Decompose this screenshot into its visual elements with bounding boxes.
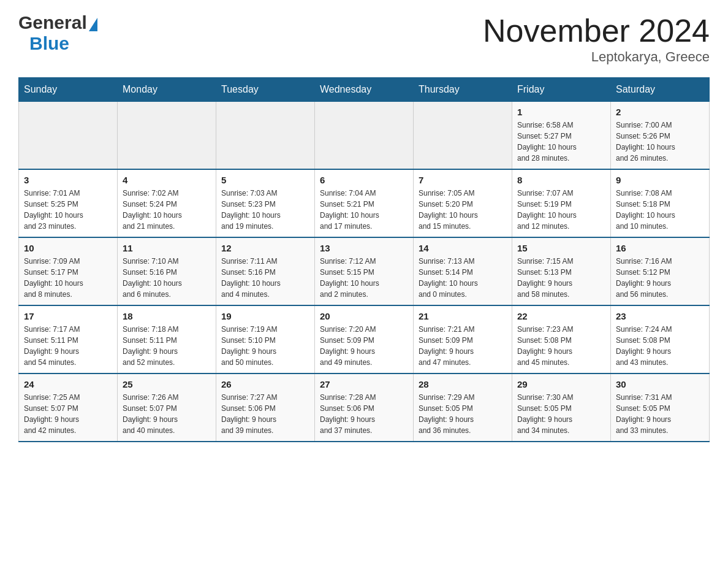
day-number: 27 xyxy=(320,379,408,389)
title-section: November 2024 Leptokarya, Greece xyxy=(483,12,710,65)
day-info: Sunrise: 7:24 AMSunset: 5:08 PMDaylight:… xyxy=(616,324,704,368)
day-number: 5 xyxy=(221,175,309,185)
logo-arrow-icon xyxy=(89,18,97,31)
calendar-cell: 23Sunrise: 7:24 AMSunset: 5:08 PMDayligh… xyxy=(611,305,710,373)
page-subtitle: Leptokarya, Greece xyxy=(483,49,710,65)
day-number: 12 xyxy=(221,243,309,253)
day-number: 16 xyxy=(616,243,704,253)
day-number: 9 xyxy=(616,175,704,185)
day-info: Sunrise: 7:30 AMSunset: 5:05 PMDaylight:… xyxy=(517,392,605,436)
day-number: 4 xyxy=(123,175,211,185)
day-info: Sunrise: 7:26 AMSunset: 5:07 PMDaylight:… xyxy=(123,392,211,436)
calendar-cell: 19Sunrise: 7:19 AMSunset: 5:10 PMDayligh… xyxy=(216,305,315,373)
day-number: 17 xyxy=(24,311,112,321)
calendar-cell: 8Sunrise: 7:07 AMSunset: 5:19 PMDaylight… xyxy=(512,169,611,237)
day-info: Sunrise: 7:02 AMSunset: 5:24 PMDaylight:… xyxy=(123,188,211,232)
calendar-cell: 30Sunrise: 7:31 AMSunset: 5:05 PMDayligh… xyxy=(611,373,710,442)
day-number: 3 xyxy=(24,175,112,185)
day-info: Sunrise: 7:23 AMSunset: 5:08 PMDaylight:… xyxy=(517,324,605,368)
day-number: 18 xyxy=(123,311,211,321)
calendar-cell: 11Sunrise: 7:10 AMSunset: 5:16 PMDayligh… xyxy=(118,237,216,305)
calendar-cell: 4Sunrise: 7:02 AMSunset: 5:24 PMDaylight… xyxy=(118,169,216,237)
day-info: Sunrise: 7:07 AMSunset: 5:19 PMDaylight:… xyxy=(517,188,605,232)
calendar-week-row: 10Sunrise: 7:09 AMSunset: 5:17 PMDayligh… xyxy=(19,237,710,305)
day-number: 23 xyxy=(616,311,704,321)
day-info: Sunrise: 7:10 AMSunset: 5:16 PMDaylight:… xyxy=(123,256,211,300)
calendar-cell xyxy=(414,102,512,170)
day-info: Sunrise: 7:31 AMSunset: 5:05 PMDaylight:… xyxy=(616,392,704,436)
day-info: Sunrise: 7:27 AMSunset: 5:06 PMDaylight:… xyxy=(221,392,309,436)
weekday-header: Monday xyxy=(118,78,216,102)
calendar-cell: 22Sunrise: 7:23 AMSunset: 5:08 PMDayligh… xyxy=(512,305,611,373)
calendar-cell xyxy=(19,102,118,170)
calendar-cell xyxy=(315,102,414,170)
calendar-cell: 9Sunrise: 7:08 AMSunset: 5:18 PMDaylight… xyxy=(611,169,710,237)
calendar-cell: 24Sunrise: 7:25 AMSunset: 5:07 PMDayligh… xyxy=(19,373,118,442)
day-number: 15 xyxy=(517,243,605,253)
day-number: 29 xyxy=(517,379,605,389)
day-number: 19 xyxy=(221,311,309,321)
calendar-cell: 18Sunrise: 7:18 AMSunset: 5:11 PMDayligh… xyxy=(118,305,216,373)
weekday-header: Wednesday xyxy=(315,78,414,102)
calendar-week-row: 17Sunrise: 7:17 AMSunset: 5:11 PMDayligh… xyxy=(19,305,710,373)
day-info: Sunrise: 7:05 AMSunset: 5:20 PMDaylight:… xyxy=(419,188,507,232)
day-number: 14 xyxy=(419,243,507,253)
day-info: Sunrise: 7:13 AMSunset: 5:14 PMDaylight:… xyxy=(419,256,507,300)
calendar-week-row: 3Sunrise: 7:01 AMSunset: 5:25 PMDaylight… xyxy=(19,169,710,237)
calendar-cell: 20Sunrise: 7:20 AMSunset: 5:09 PMDayligh… xyxy=(315,305,414,373)
day-number: 11 xyxy=(123,243,211,253)
day-info: Sunrise: 7:03 AMSunset: 5:23 PMDaylight:… xyxy=(221,188,309,232)
calendar-cell: 27Sunrise: 7:28 AMSunset: 5:06 PMDayligh… xyxy=(315,373,414,442)
day-number: 13 xyxy=(320,243,408,253)
calendar-cell: 25Sunrise: 7:26 AMSunset: 5:07 PMDayligh… xyxy=(118,373,216,442)
day-info: Sunrise: 7:08 AMSunset: 5:18 PMDaylight:… xyxy=(616,188,704,232)
calendar-cell: 16Sunrise: 7:16 AMSunset: 5:12 PMDayligh… xyxy=(611,237,710,305)
calendar-cell: 7Sunrise: 7:05 AMSunset: 5:20 PMDaylight… xyxy=(414,169,512,237)
day-info: Sunrise: 7:04 AMSunset: 5:21 PMDaylight:… xyxy=(320,188,408,232)
day-number: 24 xyxy=(24,379,112,389)
calendar-cell: 13Sunrise: 7:12 AMSunset: 5:15 PMDayligh… xyxy=(315,237,414,305)
day-info: Sunrise: 7:28 AMSunset: 5:06 PMDaylight:… xyxy=(320,392,408,436)
calendar-cell: 28Sunrise: 7:29 AMSunset: 5:05 PMDayligh… xyxy=(414,373,512,442)
day-number: 6 xyxy=(320,175,408,185)
calendar-header-row: SundayMondayTuesdayWednesdayThursdayFrid… xyxy=(19,78,710,102)
day-number: 1 xyxy=(517,107,605,117)
calendar-cell: 15Sunrise: 7:15 AMSunset: 5:13 PMDayligh… xyxy=(512,237,611,305)
day-number: 10 xyxy=(24,243,112,253)
day-number: 28 xyxy=(419,379,507,389)
calendar-cell: 14Sunrise: 7:13 AMSunset: 5:14 PMDayligh… xyxy=(414,237,512,305)
day-info: Sunrise: 7:16 AMSunset: 5:12 PMDaylight:… xyxy=(616,256,704,300)
day-info: Sunrise: 7:18 AMSunset: 5:11 PMDaylight:… xyxy=(123,324,211,368)
weekday-header: Tuesday xyxy=(216,78,315,102)
day-info: Sunrise: 7:20 AMSunset: 5:09 PMDaylight:… xyxy=(320,324,408,368)
day-number: 8 xyxy=(517,175,605,185)
day-info: Sunrise: 7:00 AMSunset: 5:26 PMDaylight:… xyxy=(616,120,704,164)
day-number: 26 xyxy=(221,379,309,389)
day-number: 2 xyxy=(616,107,704,117)
day-info: Sunrise: 7:17 AMSunset: 5:11 PMDaylight:… xyxy=(24,324,112,368)
page-header: General Blue November 2024 Leptokarya, G… xyxy=(18,12,710,65)
day-info: Sunrise: 7:15 AMSunset: 5:13 PMDaylight:… xyxy=(517,256,605,300)
calendar-cell: 2Sunrise: 7:00 AMSunset: 5:26 PMDaylight… xyxy=(611,102,710,170)
calendar-cell: 21Sunrise: 7:21 AMSunset: 5:09 PMDayligh… xyxy=(414,305,512,373)
calendar-cell: 26Sunrise: 7:27 AMSunset: 5:06 PMDayligh… xyxy=(216,373,315,442)
day-info: Sunrise: 7:21 AMSunset: 5:09 PMDaylight:… xyxy=(419,324,507,368)
calendar-cell: 12Sunrise: 7:11 AMSunset: 5:16 PMDayligh… xyxy=(216,237,315,305)
calendar-cell xyxy=(216,102,315,170)
day-info: Sunrise: 7:12 AMSunset: 5:15 PMDaylight:… xyxy=(320,256,408,300)
page-title: November 2024 xyxy=(483,12,710,49)
calendar-cell: 3Sunrise: 7:01 AMSunset: 5:25 PMDaylight… xyxy=(19,169,118,237)
day-info: Sunrise: 6:58 AMSunset: 5:27 PMDaylight:… xyxy=(517,120,605,164)
logo: General Blue xyxy=(18,12,97,54)
day-number: 21 xyxy=(419,311,507,321)
calendar-cell: 17Sunrise: 7:17 AMSunset: 5:11 PMDayligh… xyxy=(19,305,118,373)
weekday-header: Sunday xyxy=(19,78,118,102)
calendar-week-row: 24Sunrise: 7:25 AMSunset: 5:07 PMDayligh… xyxy=(19,373,710,442)
day-number: 25 xyxy=(123,379,211,389)
day-number: 22 xyxy=(517,311,605,321)
weekday-header: Friday xyxy=(512,78,611,102)
day-number: 30 xyxy=(616,379,704,389)
day-info: Sunrise: 7:29 AMSunset: 5:05 PMDaylight:… xyxy=(419,392,507,436)
calendar-table: SundayMondayTuesdayWednesdayThursdayFrid… xyxy=(18,77,710,442)
calendar-cell: 5Sunrise: 7:03 AMSunset: 5:23 PMDaylight… xyxy=(216,169,315,237)
